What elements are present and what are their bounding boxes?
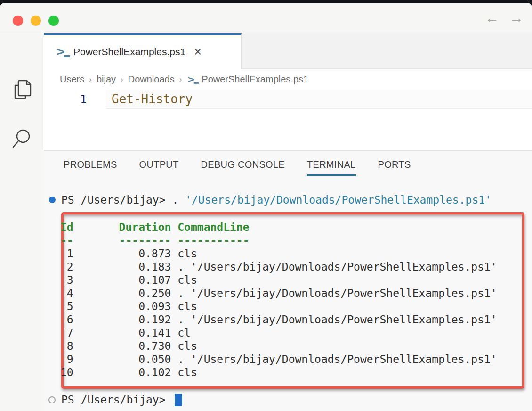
tab-debug-console[interactable]: DEBUG CONSOLE (201, 159, 285, 176)
table-row: 1 0.873 cls (60, 247, 497, 260)
chevron-right-icon: › (179, 75, 182, 84)
command-success-dot-icon (49, 197, 56, 203)
line-number: 1 (44, 90, 106, 109)
code-line-1[interactable]: 1 Get-History (44, 90, 532, 109)
chevron-right-icon: › (121, 75, 123, 84)
editor-region[interactable]: 1 Get-History (44, 90, 532, 150)
table-row: 6 0.192 . '/Users/bijay/Downloads/PowerS… (60, 313, 497, 326)
table-row: 5 0.093 cls (60, 300, 497, 313)
tab-powershellexamples[interactable]: > PowerShellExamples.ps1 × (44, 33, 242, 69)
navigate-back-icon[interactable]: ← (485, 11, 499, 25)
title-bar: ← → (0, 3, 532, 33)
panel-tab-bar: PROBLEMS OUTPUT DEBUG CONSOLE TERMINAL P… (64, 159, 411, 176)
powershell-icon: > (56, 46, 71, 58)
script-path-argument: '/Users/bijay/Downloads/PowerShellExampl… (185, 194, 492, 206)
terminal-prompt: PS /Users/bijay> . (61, 194, 185, 206)
breadcrumb-item-downloads[interactable]: Downloads (128, 74, 175, 85)
minimize-window-button[interactable] (31, 16, 41, 26)
search-icon[interactable] (9, 126, 34, 151)
code-text[interactable]: Get-History (106, 90, 532, 109)
vscode-window: ← → (0, 3, 532, 411)
table-row: 2 0.183 . '/Users/bijay/Downloads/PowerS… (60, 260, 497, 273)
tab-terminal[interactable]: TERMINAL (307, 159, 356, 176)
terminal-cursor[interactable] (175, 394, 182, 406)
table-header-underline: -- -------- ----------- (60, 234, 497, 247)
bottom-panel: PROBLEMS OUTPUT DEBUG CONSOLE TERMINAL P… (44, 150, 532, 411)
zoom-window-button[interactable] (48, 16, 59, 26)
navigate-forward-icon[interactable]: → (509, 11, 524, 25)
breadcrumb-item-bijay[interactable]: bijay (97, 74, 116, 85)
tab-output[interactable]: OUTPUT (139, 159, 179, 176)
terminal-executed-line[interactable]: PS /Users/bijay> . '/Users/bijay/Downloa… (44, 193, 532, 206)
table-row: 10 0.102 cls (60, 366, 497, 379)
terminal-prompt: PS /Users/bijay> (61, 394, 172, 406)
breadcrumb-item-users[interactable]: Users (60, 74, 84, 85)
table-row: 8 0.730 cls (60, 339, 497, 353)
powershell-icon: > (188, 74, 199, 84)
table-row: 3 0.107 cls (60, 273, 497, 287)
breadcrumb-item-file[interactable]: PowerShellExamples.ps1 (202, 74, 308, 85)
tab-problems[interactable]: PROBLEMS (64, 159, 117, 176)
tab-ports[interactable]: PORTS (378, 159, 411, 176)
terminal-input-line[interactable]: PS /Users/bijay> (44, 393, 532, 406)
pending-command-circle-icon (48, 396, 56, 403)
table-row: 4 0.250 . '/Users/bijay/Downloads/PowerS… (60, 287, 497, 300)
terminal-output-table: Id Duration CommandLine -- -------- ----… (60, 221, 497, 379)
table-row: 9 0.050 . '/Users/bijay/Downloads/PowerS… (60, 353, 497, 366)
table-header: Id Duration CommandLine (60, 221, 497, 234)
tab-strip (242, 33, 532, 69)
breadcrumb: Users › bijay › Downloads › > PowerShell… (44, 69, 532, 90)
chevron-right-icon: › (89, 75, 92, 84)
close-window-button[interactable] (13, 16, 23, 26)
explorer-icon[interactable] (9, 77, 34, 102)
close-tab-icon[interactable]: × (194, 47, 202, 57)
table-row: 7 0.141 cl (60, 326, 497, 339)
activity-bar-lower (0, 150, 44, 411)
tab-label: PowerShellExamples.ps1 (73, 46, 185, 58)
